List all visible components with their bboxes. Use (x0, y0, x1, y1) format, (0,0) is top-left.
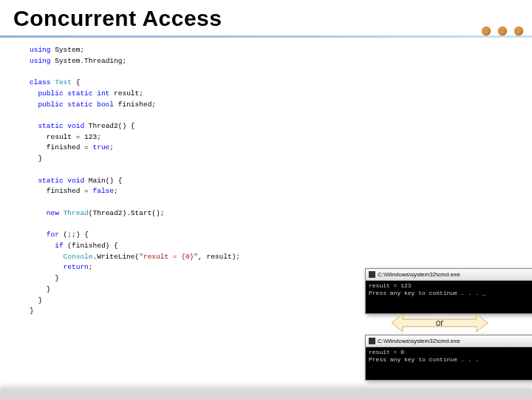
code-kw: public static int (30, 89, 109, 98)
code-kw: return (30, 263, 89, 271)
code-text: Main() { (84, 177, 122, 185)
code-text: } (30, 285, 51, 293)
code-string: "result = {0}" (139, 253, 198, 261)
cmd-output-line: Press any key to continue . . . (369, 356, 479, 363)
code-kw: using (30, 57, 51, 65)
cmd-icon (369, 271, 375, 278)
cmd-body: result = 123 Press any key to continue .… (366, 281, 532, 313)
code-text: System; (51, 46, 85, 54)
code-kw: public static bool (30, 100, 114, 109)
cmd-titlebar: C:\Windows\system32\cmd.exe (366, 335, 532, 347)
code-text: } (30, 307, 34, 315)
code-text: { (72, 78, 80, 86)
cmd-output-line: result = 123 (369, 282, 412, 289)
dot-icon (498, 27, 507, 35)
cmd-output-line: Press any key to continue . . . _ (369, 290, 485, 296)
cmd-titlebar: C:\Windows\system32\cmd.exe (366, 269, 532, 281)
code-kw: true (93, 143, 110, 151)
code-text: (Thread2).Start(); (89, 209, 165, 217)
code-type: Console (30, 253, 93, 261)
code-text: ; (89, 263, 93, 271)
dot-icon (482, 27, 491, 35)
cmd-output-line: result = 0 (369, 349, 404, 355)
code-text: finished = (30, 143, 93, 151)
code-text: } (30, 154, 42, 163)
or-arrow: or (392, 310, 488, 335)
code-text: System.Threading; (51, 57, 127, 65)
or-label: or (436, 318, 444, 328)
code-kw: for (30, 231, 59, 239)
cmd-title-text: C:\Windows\system32\cmd.exe (378, 338, 460, 344)
code-kw: class (30, 78, 55, 86)
cmd-window-2: C:\Windows\system32\cmd.exe result = 0 P… (365, 335, 532, 381)
code-kw: static void (30, 122, 84, 130)
code-text: ; (114, 187, 118, 195)
code-kw: static void (30, 177, 84, 185)
dot-icon (514, 27, 523, 35)
slide: Concurrent Access using System; using Sy… (0, 0, 532, 399)
slide-footer (0, 389, 532, 399)
code-kw: new (30, 209, 64, 217)
code-kw: if (30, 242, 64, 250)
cmd-body: result = 0 Press any key to continue . .… (366, 347, 532, 380)
code-text: (;;) { (59, 231, 89, 239)
cmd-icon (369, 338, 375, 344)
cmd-window-1: C:\Windows\system32\cmd.exe result = 123… (365, 268, 532, 314)
code-kw: false (93, 187, 115, 195)
decorative-dots (482, 27, 523, 35)
code-text: Thread2() { (84, 122, 134, 130)
slide-title: Concurrent Access (0, 0, 532, 35)
code-text: result; (109, 89, 143, 98)
code-text: } (30, 296, 42, 304)
code-text: result = 123; (30, 133, 101, 141)
code-type: Thread (64, 209, 89, 217)
code-text: (finished) { (64, 242, 118, 250)
code-type: Test (55, 78, 72, 86)
code-text: } (30, 274, 59, 282)
code-kw: using (30, 46, 51, 54)
code-text: finished; (114, 100, 156, 109)
code-text: , result); (198, 253, 240, 261)
cmd-title-text: C:\Windows\system32\cmd.exe (378, 271, 460, 278)
code-text: .WriteLine( (93, 253, 140, 261)
code-text: ; (109, 143, 114, 151)
code-text: finished = (30, 187, 93, 195)
